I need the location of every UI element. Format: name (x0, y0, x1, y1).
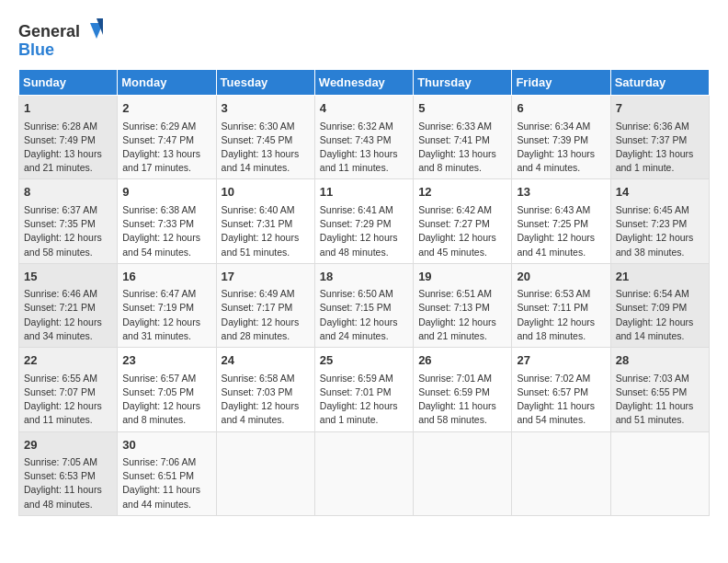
daylight-label: Daylight: 12 hours and 58 minutes. (24, 232, 102, 257)
day-info: Sunrise: 6:54 AMSunset: 7:09 PMDaylight:… (616, 287, 704, 343)
daylight-label: Daylight: 12 hours and 14 minutes. (616, 316, 694, 341)
day-info: Sunrise: 6:57 AMSunset: 7:05 PMDaylight:… (122, 372, 210, 428)
day-number: 10 (222, 183, 310, 201)
weekday-header-tuesday: Tuesday (216, 70, 314, 96)
daylight-label: Daylight: 13 hours and 4 minutes. (517, 148, 595, 173)
sunset-time: Sunset: 7:37 PM (616, 134, 688, 145)
sunset-time: Sunset: 7:17 PM (222, 302, 293, 313)
sunset-time: Sunset: 7:43 PM (320, 134, 392, 145)
sunrise-time: Sunrise: 6:43 AM (517, 204, 590, 215)
weekday-header-friday: Friday (512, 70, 610, 96)
sunset-time: Sunset: 6:51 PM (122, 470, 194, 481)
day-info: Sunrise: 6:47 AMSunset: 7:19 PMDaylight:… (122, 287, 210, 343)
logo: GeneralBlue (18, 18, 110, 60)
sunset-time: Sunset: 7:07 PM (24, 386, 96, 397)
daylight-label: Daylight: 12 hours and 24 minutes. (320, 316, 398, 341)
day-info: Sunrise: 7:05 AMSunset: 6:53 PMDaylight:… (24, 455, 112, 511)
sunset-time: Sunset: 7:41 PM (418, 134, 490, 145)
sunrise-time: Sunrise: 6:55 AM (24, 373, 97, 384)
calendar-cell: 7Sunrise: 6:36 AMSunset: 7:37 PMDaylight… (610, 96, 709, 179)
sunset-time: Sunset: 6:55 PM (616, 386, 688, 397)
daylight-label: Daylight: 12 hours and 18 minutes. (517, 316, 595, 341)
day-info: Sunrise: 6:28 AMSunset: 7:49 PMDaylight:… (24, 120, 112, 176)
calendar-header: SundayMondayTuesdayWednesdayThursdayFrid… (19, 70, 710, 96)
day-number: 18 (320, 268, 408, 286)
sunrise-time: Sunrise: 6:28 AM (24, 121, 97, 132)
calendar-week-row: 8Sunrise: 6:37 AMSunset: 7:35 PMDaylight… (19, 179, 710, 263)
day-number: 8 (24, 183, 112, 201)
day-number: 28 (616, 351, 704, 370)
day-number: 23 (122, 351, 210, 370)
sunrise-time: Sunrise: 6:57 AM (122, 373, 196, 384)
calendar-cell (314, 431, 413, 515)
daylight-label: Daylight: 12 hours and 45 minutes. (418, 232, 496, 257)
day-info: Sunrise: 6:59 AMSunset: 7:01 PMDaylight:… (320, 372, 408, 428)
daylight-label: Daylight: 13 hours and 8 minutes. (418, 148, 496, 173)
sunrise-time: Sunrise: 6:47 AM (122, 288, 196, 299)
daylight-label: Daylight: 12 hours and 4 minutes. (222, 400, 300, 425)
calendar-cell: 5Sunrise: 6:33 AMSunset: 7:41 PMDaylight… (414, 96, 512, 179)
calendar-cell: 26Sunrise: 7:01 AMSunset: 6:59 PMDayligh… (414, 348, 512, 431)
sunset-time: Sunset: 7:13 PM (418, 302, 490, 313)
sunset-time: Sunset: 6:57 PM (517, 386, 588, 397)
day-info: Sunrise: 7:03 AMSunset: 6:55 PMDaylight:… (616, 372, 704, 428)
day-number: 7 (616, 99, 704, 118)
sunrise-time: Sunrise: 7:02 AM (517, 373, 590, 384)
calendar-cell: 3Sunrise: 6:30 AMSunset: 7:45 PMDaylight… (216, 96, 314, 179)
sunrise-time: Sunrise: 6:29 AM (122, 121, 196, 132)
calendar-cell (512, 431, 610, 515)
day-number: 30 (122, 436, 210, 454)
page-header: GeneralBlue (18, 18, 710, 60)
sunset-time: Sunset: 7:21 PM (24, 302, 96, 313)
sunrise-time: Sunrise: 6:51 AM (418, 288, 492, 299)
day-info: Sunrise: 6:37 AMSunset: 7:35 PMDaylight:… (24, 203, 112, 259)
sunrise-time: Sunrise: 6:58 AM (222, 373, 295, 384)
day-number: 5 (418, 99, 506, 118)
calendar-cell: 18Sunrise: 6:50 AMSunset: 7:15 PMDayligh… (314, 263, 413, 347)
sunrise-time: Sunrise: 6:59 AM (320, 373, 393, 384)
calendar-cell: 8Sunrise: 6:37 AMSunset: 7:35 PMDaylight… (19, 179, 118, 263)
day-number: 13 (517, 183, 605, 201)
sunrise-time: Sunrise: 6:50 AM (320, 288, 393, 299)
day-number: 12 (418, 183, 506, 201)
calendar-cell: 14Sunrise: 6:45 AMSunset: 7:23 PMDayligh… (610, 179, 709, 263)
day-number: 16 (122, 268, 210, 286)
calendar-body: 1Sunrise: 6:28 AMSunset: 7:49 PMDaylight… (19, 96, 710, 516)
weekday-header-sunday: Sunday (19, 70, 118, 96)
calendar-cell: 23Sunrise: 6:57 AMSunset: 7:05 PMDayligh… (118, 348, 216, 431)
sunset-time: Sunset: 7:35 PM (24, 218, 96, 229)
calendar-cell: 10Sunrise: 6:40 AMSunset: 7:31 PMDayligh… (216, 179, 314, 263)
daylight-label: Daylight: 12 hours and 28 minutes. (222, 316, 300, 341)
calendar-cell: 13Sunrise: 6:43 AMSunset: 7:25 PMDayligh… (512, 179, 610, 263)
daylight-label: Daylight: 12 hours and 8 minutes. (122, 400, 200, 425)
day-info: Sunrise: 6:40 AMSunset: 7:31 PMDaylight:… (222, 203, 310, 259)
daylight-label: Daylight: 13 hours and 17 minutes. (122, 148, 200, 173)
daylight-label: Daylight: 12 hours and 54 minutes. (122, 232, 200, 257)
daylight-label: Daylight: 12 hours and 34 minutes. (24, 316, 102, 341)
weekday-header-row: SundayMondayTuesdayWednesdayThursdayFrid… (19, 70, 710, 96)
sunset-time: Sunset: 7:23 PM (616, 218, 688, 229)
sunrise-time: Sunrise: 6:53 AM (517, 288, 590, 299)
day-number: 2 (122, 99, 210, 118)
daylight-label: Daylight: 12 hours and 38 minutes. (616, 232, 694, 257)
calendar-cell: 15Sunrise: 6:46 AMSunset: 7:21 PMDayligh… (19, 263, 118, 347)
weekday-header-saturday: Saturday (610, 70, 709, 96)
daylight-label: Daylight: 13 hours and 1 minute. (616, 148, 694, 173)
sunrise-time: Sunrise: 6:45 AM (616, 204, 689, 215)
svg-text:Blue: Blue (18, 40, 54, 59)
sunset-time: Sunset: 7:29 PM (320, 218, 392, 229)
day-info: Sunrise: 6:41 AMSunset: 7:29 PMDaylight:… (320, 203, 408, 259)
calendar-cell: 19Sunrise: 6:51 AMSunset: 7:13 PMDayligh… (414, 263, 512, 347)
daylight-label: Daylight: 13 hours and 14 minutes. (222, 148, 300, 173)
weekday-header-monday: Monday (118, 70, 216, 96)
calendar-cell: 22Sunrise: 6:55 AMSunset: 7:07 PMDayligh… (19, 348, 118, 431)
calendar-cell (610, 431, 709, 515)
day-number: 11 (320, 183, 408, 201)
day-number: 1 (24, 99, 112, 118)
calendar-cell: 12Sunrise: 6:42 AMSunset: 7:27 PMDayligh… (414, 179, 512, 263)
day-number: 15 (24, 268, 112, 286)
day-info: Sunrise: 6:58 AMSunset: 7:03 PMDaylight:… (222, 372, 310, 428)
calendar-cell: 27Sunrise: 7:02 AMSunset: 6:57 PMDayligh… (512, 348, 610, 431)
sunset-time: Sunset: 7:49 PM (24, 134, 96, 145)
daylight-label: Daylight: 13 hours and 21 minutes. (24, 148, 102, 173)
